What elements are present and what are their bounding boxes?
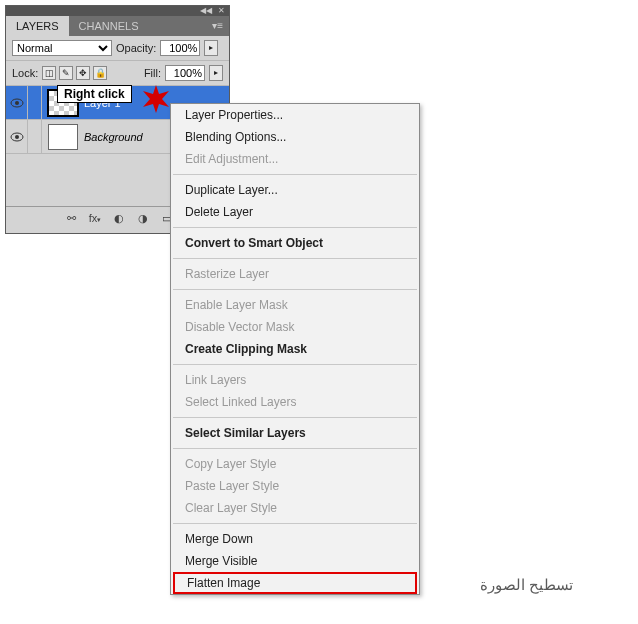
menu-separator [173,174,417,175]
menu-blending-options[interactable]: Blending Options... [171,126,419,148]
menu-delete-layer[interactable]: Delete Layer [171,201,419,223]
menu-link-layers: Link Layers [171,369,419,391]
menu-merge-down[interactable]: Merge Down [171,528,419,550]
lock-all-icon[interactable]: 🔒 [93,66,107,80]
lock-transparency-icon[interactable]: ◫ [42,66,56,80]
lock-position-icon[interactable]: ✥ [76,66,90,80]
lock-fill-row: Lock: ◫ ✎ ✥ 🔒 Fill: ▸ [6,61,229,86]
adjustment-layer-icon[interactable]: ◑ [135,212,151,228]
menu-rasterize-layer: Rasterize Layer [171,263,419,285]
menu-select-similar-layers[interactable]: Select Similar Layers [171,422,419,444]
opacity-label: Opacity: [116,42,156,54]
close-icon[interactable]: ✕ [218,7,225,15]
menu-layer-properties[interactable]: Layer Properties... [171,104,419,126]
menu-select-linked-layers: Select Linked Layers [171,391,419,413]
tab-channels[interactable]: CHANNELS [69,16,149,36]
menu-merge-visible[interactable]: Merge Visible [171,550,419,572]
menu-separator [173,523,417,524]
layer-mask-icon[interactable]: ◐ [111,212,127,228]
layer-style-icon[interactable]: fx▾ [87,212,103,228]
menu-create-clipping-mask[interactable]: Create Clipping Mask [171,338,419,360]
svg-point-1 [15,101,19,105]
menu-separator [173,227,417,228]
visibility-toggle[interactable] [6,120,28,153]
eye-icon [10,98,24,108]
menu-separator [173,448,417,449]
blend-mode-select[interactable]: Normal [12,40,112,56]
menu-separator [173,289,417,290]
layer-context-menu: Layer Properties... Blending Options... … [170,103,420,595]
collapse-icon[interactable]: ◀◀ [200,7,212,15]
link-column [28,120,42,153]
layer-thumbnail[interactable] [48,124,78,150]
svg-marker-4 [143,85,169,113]
opacity-flyout-icon[interactable]: ▸ [204,40,218,56]
svg-point-3 [15,135,19,139]
panel-tabs: LAYERS CHANNELS ▾≡ [6,16,229,36]
lock-label: Lock: [12,67,38,79]
menu-convert-smart-object[interactable]: Convert to Smart Object [171,232,419,254]
lock-pixels-icon[interactable]: ✎ [59,66,73,80]
panel-titlebar: ◀◀ ✕ [6,6,229,16]
menu-copy-layer-style: Copy Layer Style [171,453,419,475]
link-column [28,86,42,119]
arabic-caption: تسطيح الصورة [480,576,573,594]
menu-enable-layer-mask: Enable Layer Mask [171,294,419,316]
menu-paste-layer-style: Paste Layer Style [171,475,419,497]
starburst-icon [142,85,170,113]
callout-label: Right click [57,85,132,103]
visibility-toggle[interactable] [6,86,28,119]
menu-flatten-image[interactable]: Flatten Image [173,572,417,594]
tab-layers[interactable]: LAYERS [6,16,69,36]
menu-separator [173,258,417,259]
fill-flyout-icon[interactable]: ▸ [209,65,223,81]
link-layers-icon[interactable]: ⚯ [63,212,79,228]
fill-label: Fill: [144,67,161,79]
menu-separator [173,417,417,418]
menu-duplicate-layer[interactable]: Duplicate Layer... [171,179,419,201]
blend-opacity-row: Normal Opacity: ▸ [6,36,229,61]
layer-name[interactable]: Background [84,131,143,143]
menu-clear-layer-style: Clear Layer Style [171,497,419,519]
menu-disable-vector-mask: Disable Vector Mask [171,316,419,338]
menu-edit-adjustment: Edit Adjustment... [171,148,419,170]
fill-input[interactable] [165,65,205,81]
panel-menu-icon[interactable]: ▾≡ [206,16,229,36]
eye-icon [10,132,24,142]
menu-separator [173,364,417,365]
opacity-input[interactable] [160,40,200,56]
